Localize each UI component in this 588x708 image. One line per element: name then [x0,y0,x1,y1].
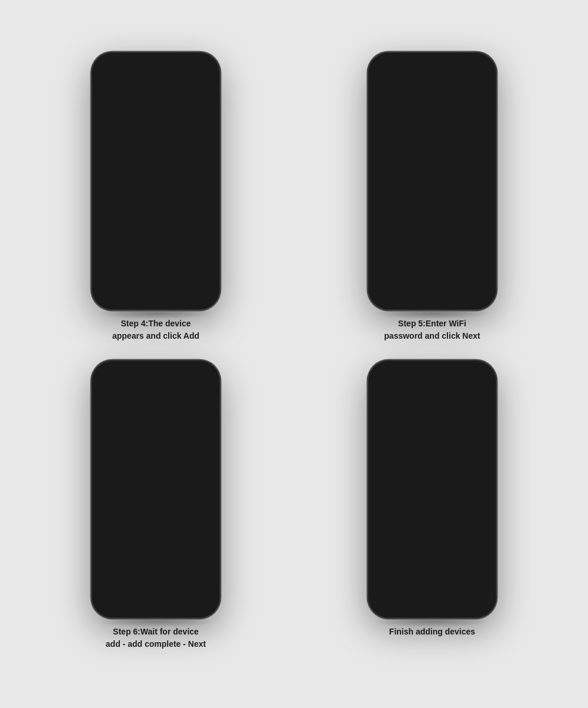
back-icon[interactable]: ‹ [378,379,381,388]
list-item[interactable]: ⬛ Power Strip(Zigbee) [181,177,202,198]
schedule-icon: 📅 [465,595,470,600]
wifi-icon: ⬡ [195,369,199,374]
list-item[interactable]: ⬛ Power Strip(Wi-Fi) [156,177,178,198]
brightness-row: ☀ 100% [371,512,493,523]
device-icon: 💡 [102,412,125,429]
socket-zigbee-icon: ⬛ [183,126,200,139]
step6-caption: Step 6:Wait for device add - add complet… [106,626,206,650]
power-item[interactable]: ⏻ [420,592,437,609]
item-label: Power Strip(BLE+Wi-Fi) [133,191,151,198]
caption-line2: password and click Next [384,330,480,342]
password-field[interactable]: 🔒 •••••••••• ∨ [377,175,487,189]
next-button[interactable]: Next [377,196,487,211]
list-item[interactable]: ⬛ Socket(Wi-Fi) [156,126,178,148]
tab-scene[interactable]: Scene [437,393,453,402]
step5-status-bar: 19:42 ▁▃▅ ⬡ 99% [371,58,493,68]
step7-header: ‹ YMT-CW-01 ✎ [371,376,493,390]
tab-white[interactable]: White [412,393,426,402]
battery-icon: 99% [477,370,485,374]
device-status: Added successfully [131,422,166,426]
power-button[interactable]: ⏻ [420,592,437,609]
step5-phone-wrapper: 19:42 ▁▃▅ ⬡ 99% ✕ Select 2.4 GHz Wi-Fi N… [368,52,497,310]
battery-icon: 58% [201,370,209,374]
slider-thumb[interactable] [464,513,472,522]
lock-icon: 🔒 [382,179,389,185]
back-icon[interactable]: ‹ [101,69,103,79]
add-button[interactable]: Add [187,101,207,110]
caption-line1: Finish adding devices [389,626,475,638]
done-button[interactable]: Done [109,586,203,601]
item-label: Plug(BLE+Wi-Fi) [133,140,151,148]
success-notice: 1 device(s) added successfully [101,395,211,403]
socket-icon: ⬛ [159,126,175,139]
device-info: YMT-CW-01 Added successfully [131,416,166,426]
wifi-ssid1: SSID [392,124,468,128]
step7-tabs: White Scene [371,390,493,406]
step4-status-bar: 19:42 ▁▃▅ ⬡ 58% [95,58,217,68]
notice-link[interactable]: pairing mode [118,89,142,93]
step5-time: 19:42 [379,61,393,66]
sensors-label: Sensors [99,175,115,182]
step4-screen: 19:42 ▁▃▅ ⬡ 58% ‹ Add Device ⇄ [95,58,217,305]
socket-section2: Lighting ⬛ Socket(BLE) ⬛ Socket(BLE+Wi-F… [95,149,217,170]
caption-line2: appears and click Add [112,330,199,342]
step6-phone-wrapper: 19:43 ▁▃▅ ⬡ 58% ✕ Add Device 1 device(s)… [91,360,220,619]
wifi-signal1: ▁▃▅▇ [468,123,482,129]
step7-status-bar: 19:42 ▁▃▅ ⬡ 99% [371,366,493,376]
power-strip-row: Sensors ⬛ Power Strip(BLE+Wi-Fi) ⬛ Power… [95,177,217,198]
strip2-icon: ⬛ [159,177,175,190]
ssn-field[interactable]: 📶 SNS Tip [377,159,487,173]
step6-screen: 19:43 ▁▃▅ ⬡ 58% ✕ Add Device 1 device(s)… [95,366,217,613]
step7-caption: Finish adding devices [389,626,475,638]
list-item[interactable]: ⬛ Plug(BLE+Wi-Fi) [132,126,153,148]
edit-icon[interactable]: ✎ [480,379,486,388]
wifi-item-empty[interactable] [377,143,487,154]
close-icon[interactable]: ✕ [101,379,108,388]
wifi-ssid2: Wi-Fi - 2.4GHz [392,135,461,139]
step4-status-icons: ▁▃▅ ⬡ 58% [185,61,209,66]
wifi-options[interactable]: ⋯ [477,135,482,140]
password-value[interactable]: •••••••••• [392,179,476,185]
list-item[interactable]: ⬛ Socket(BLE) [132,149,153,170]
wifi-item[interactable]: Wi-Fi - 2.4GHz ▁▃▅▇ ⋯ [377,132,487,143]
list-item[interactable]: ⬛ Power Strip(BLE+Wi-Fi) [132,177,153,198]
battery-icon: 58% [201,62,209,66]
item-label: Socket(Wi-Fi) [162,140,172,148]
ssn-value: SNS [392,163,473,169]
list-item[interactable]: ⬛ Socket(Zigbee) [181,126,202,148]
list-item[interactable]: ⬛ Socket(BLE+Wi-Fi) [156,149,178,170]
socket-other-icon: ⬛ [183,149,200,162]
swap-icon[interactable]: ⇄ [205,70,211,78]
power-items: ⬛ Power Strip(BLE+Wi-Fi) ⬛ Power Strip(W… [132,177,202,198]
step6-time: 19:43 [103,369,116,375]
schedule-item[interactable]: 📅 Schedule [459,595,476,606]
step7-cell: 19:42 ▁▃▅ ⬡ 99% ‹ YMT-CW-01 ✎ White [300,360,564,650]
wifi-radio-selected[interactable] [382,135,388,141]
brightness-value: 100% [476,515,486,519]
slider-fill [387,516,468,519]
close-icon[interactable]: ✕ [377,71,384,80]
item-label: Socket(other) [187,162,197,170]
brightness-slider[interactable] [387,516,472,519]
password-toggle[interactable]: ∨ [479,179,482,185]
color-wheel[interactable]: 💡 [391,418,473,500]
step7-time: 19:42 [379,369,393,375]
ssn-tip[interactable]: Tip [476,163,482,169]
wifi-item[interactable]: SSID ▁▃▅▇ [377,121,487,132]
add-manually-label: Add Manually [95,117,217,122]
large-home-cat: Large Home Ap... [99,199,132,221]
wifi-signal2: ▁▃▅▇ [461,135,475,140]
timer-item[interactable]: ⏱ Timer [389,595,399,606]
step6-header: ✕ Add Device [95,376,217,391]
step7-phone-wrapper: 19:42 ▁▃▅ ⬡ 99% ‹ YMT-CW-01 ✎ White [368,360,497,619]
wifi-radio[interactable] [382,123,388,129]
list-item[interactable]: ⬛ Socket(other) [181,149,202,170]
step6-status-bar: 19:43 ▁▃▅ ⬡ 58% [95,366,217,376]
step5-caption: Step 5:Enter WiFi password and click Nex… [384,318,480,342]
edit-icon[interactable]: ✎ [205,418,210,424]
plug-icon: ⬛ [134,126,151,139]
signal-icon: ▁▃▅ [185,369,193,374]
brightness-low-icon: ☀ [378,514,383,520]
list-item[interactable]: ⬛ Power Strip(other) [132,199,153,221]
item-label: Power Strip(Wi-Fi) [159,191,175,198]
